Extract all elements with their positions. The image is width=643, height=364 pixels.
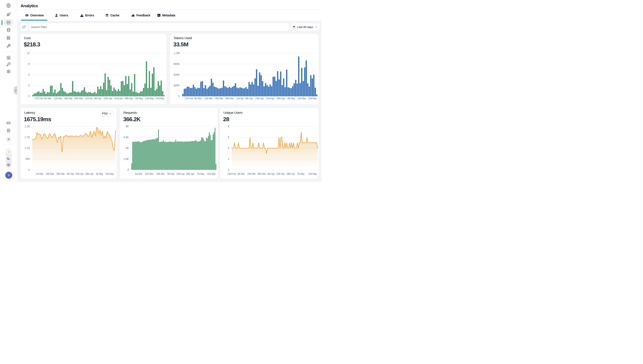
svg-text:5th Apr: 5th Apr xyxy=(167,172,175,176)
svg-text:600K: 600K xyxy=(174,73,180,76)
svg-text:22nd Apr: 22nd Apr xyxy=(114,97,123,100)
svg-text:6th May: 6th May xyxy=(288,97,295,100)
svg-text:12th Mar: 12th Mar xyxy=(204,97,213,100)
svg-text:15th Apr: 15th Apr xyxy=(104,97,113,100)
svg-text:26th Mar: 26th Mar xyxy=(225,97,234,100)
svg-text:23rd May: 23rd May xyxy=(156,97,164,100)
svg-text:6: 6 xyxy=(228,136,229,139)
svg-text:29th Apr: 29th Apr xyxy=(276,97,285,100)
svg-text:3K: 3K xyxy=(126,146,129,150)
svg-text:4.5K: 4.5K xyxy=(124,136,129,139)
svg-text:15th Apr: 15th Apr xyxy=(176,172,185,176)
svg-text:26th Apr: 26th Apr xyxy=(186,172,194,176)
svg-text:15th Apr: 15th Apr xyxy=(75,172,84,176)
svg-text:2nd Mar: 2nd Mar xyxy=(36,172,43,176)
svg-text:29th Apr: 29th Apr xyxy=(125,97,133,100)
svg-text:7th May: 7th May xyxy=(197,172,204,176)
svg-text:0: 0 xyxy=(127,168,129,171)
svg-text:27th Feb: 27th Feb xyxy=(35,97,43,100)
svg-text:13th May: 13th May xyxy=(145,97,154,100)
svg-text:15th Apr: 15th Apr xyxy=(255,97,264,100)
svg-text:23rd May: 23rd May xyxy=(308,172,317,176)
svg-text:5th Mar: 5th Mar xyxy=(194,97,202,100)
svg-text:2nd Apr: 2nd Apr xyxy=(85,97,93,100)
svg-text:2: 2 xyxy=(228,158,229,160)
svg-text:12: 12 xyxy=(27,52,30,55)
svg-text:4th Mar: 4th Mar xyxy=(237,172,245,176)
svg-text:6: 6 xyxy=(28,73,30,76)
svg-text:25th Mar: 25th Mar xyxy=(156,172,165,176)
svg-text:26th Mar: 26th Mar xyxy=(75,97,83,100)
svg-text:6th May: 6th May xyxy=(136,97,143,100)
svg-text:7th May: 7th May xyxy=(297,172,304,176)
svg-text:9: 9 xyxy=(28,62,30,66)
svg-text:2nd Mar: 2nd Mar xyxy=(135,172,142,176)
svg-text:550: 550 xyxy=(26,158,30,160)
svg-text:1.2M: 1.2M xyxy=(174,52,180,55)
svg-text:300K: 300K xyxy=(174,84,180,87)
svg-text:900K: 900K xyxy=(174,62,180,66)
svg-text:2nd Apr: 2nd Apr xyxy=(236,97,244,100)
svg-text:1.5K: 1.5K xyxy=(124,158,129,160)
svg-text:23rd Feb: 23rd Feb xyxy=(227,172,236,176)
svg-text:13th May: 13th May xyxy=(297,97,306,100)
svg-text:26th Apr: 26th Apr xyxy=(286,172,295,176)
svg-text:8th Apr: 8th Apr xyxy=(94,97,102,100)
svg-text:1.1K: 1.1K xyxy=(25,146,30,150)
svg-text:19th Mar: 19th Mar xyxy=(215,97,223,100)
svg-text:3: 3 xyxy=(28,84,30,87)
svg-text:12th Mar: 12th Mar xyxy=(54,97,62,100)
svg-text:23rd May: 23rd May xyxy=(105,172,114,176)
svg-text:22nd Apr: 22nd Apr xyxy=(266,97,274,100)
svg-text:0: 0 xyxy=(29,168,30,171)
svg-text:13th Mar: 13th Mar xyxy=(46,172,54,176)
svg-text:13th Mar: 13th Mar xyxy=(145,172,153,176)
svg-text:5th Mar: 5th Mar xyxy=(44,97,52,100)
svg-text:7th May: 7th May xyxy=(96,172,103,176)
svg-text:15th Apr: 15th Apr xyxy=(276,172,285,176)
svg-text:1.7K: 1.7K xyxy=(25,136,30,139)
svg-text:4: 4 xyxy=(228,146,229,150)
svg-text:26th Apr: 26th Apr xyxy=(85,172,94,176)
svg-text:8: 8 xyxy=(228,125,229,128)
svg-text:27th Feb: 27th Feb xyxy=(185,97,193,100)
svg-text:5th Apr: 5th Apr xyxy=(67,172,74,176)
svg-text:0: 0 xyxy=(228,168,229,171)
svg-text:26th Mar: 26th Mar xyxy=(257,172,266,176)
svg-text:23rd May: 23rd May xyxy=(207,172,216,176)
svg-text:19th Mar: 19th Mar xyxy=(64,97,73,100)
svg-text:0: 0 xyxy=(28,95,30,98)
svg-text:23rd May: 23rd May xyxy=(308,97,317,100)
svg-text:2.2K: 2.2K xyxy=(25,125,30,128)
svg-text:8th Apr: 8th Apr xyxy=(245,97,253,100)
svg-text:0: 0 xyxy=(178,95,180,98)
svg-text:25th Mar: 25th Mar xyxy=(56,172,65,176)
svg-text:15th Mar: 15th Mar xyxy=(247,172,256,176)
svg-text:6K: 6K xyxy=(126,125,129,128)
svg-text:5th Apr: 5th Apr xyxy=(267,172,275,176)
